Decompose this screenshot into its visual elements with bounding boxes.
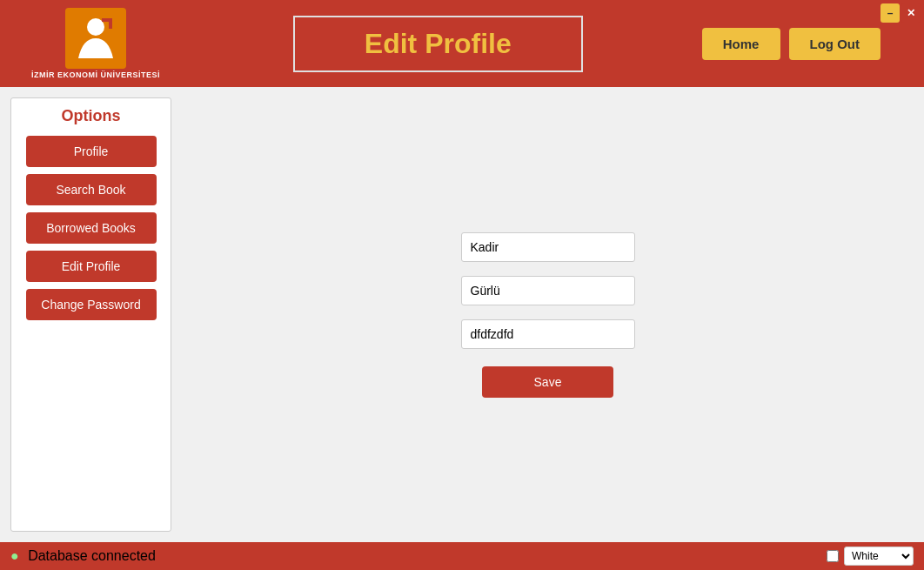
statusbar: ● Database connected White [0, 542, 924, 570]
header-buttons: Home Log Out [702, 28, 880, 60]
sidebar-item-borrowed-books[interactable]: Borrowed Books [26, 212, 157, 244]
logo-area: İZMİR EKONOMİ ÜNİVERSİTESİ [17, 8, 174, 79]
logo-text: İZMİR EKONOMİ ÜNİVERSİTESİ [31, 70, 160, 79]
titlebar: – ✕ [877, 0, 924, 26]
sidebar: Options Profile Search Book Borrowed Boo… [10, 97, 171, 532]
sidebar-item-edit-profile[interactable]: Edit Profile [26, 251, 157, 282]
status-text: ● Database connected [10, 548, 156, 564]
minimize-button[interactable]: – [880, 3, 900, 23]
logout-button[interactable]: Log Out [789, 28, 880, 60]
theme-select-area: White [827, 547, 914, 566]
main-area: Options Profile Search Book Borrowed Boo… [0, 87, 924, 542]
close-button[interactable]: ✕ [901, 3, 921, 23]
theme-select[interactable]: White [844, 547, 914, 566]
home-button[interactable]: Home [702, 28, 780, 60]
content-area: Save [171, 87, 924, 542]
sidebar-item-profile[interactable]: Profile [26, 136, 157, 167]
last-name-field[interactable] [461, 276, 635, 305]
theme-checkbox[interactable] [827, 550, 839, 562]
header: İZMİR EKONOMİ ÜNİVERSİTESİ Edit Profile … [0, 0, 924, 87]
university-logo [65, 8, 126, 69]
status-label: Database connected [28, 548, 156, 563]
username-field[interactable] [461, 319, 635, 349]
sidebar-item-change-password[interactable]: Change Password [26, 289, 157, 320]
save-button[interactable]: Save [482, 366, 614, 398]
header-title-box: Edit Profile [191, 16, 685, 72]
status-dot-icon: ● [10, 548, 19, 563]
sidebar-title: Options [62, 107, 121, 125]
page-title: Edit Profile [293, 16, 583, 72]
edit-profile-form: Save [461, 232, 635, 398]
first-name-field[interactable] [461, 232, 635, 262]
sidebar-item-search-book[interactable]: Search Book [26, 174, 157, 205]
